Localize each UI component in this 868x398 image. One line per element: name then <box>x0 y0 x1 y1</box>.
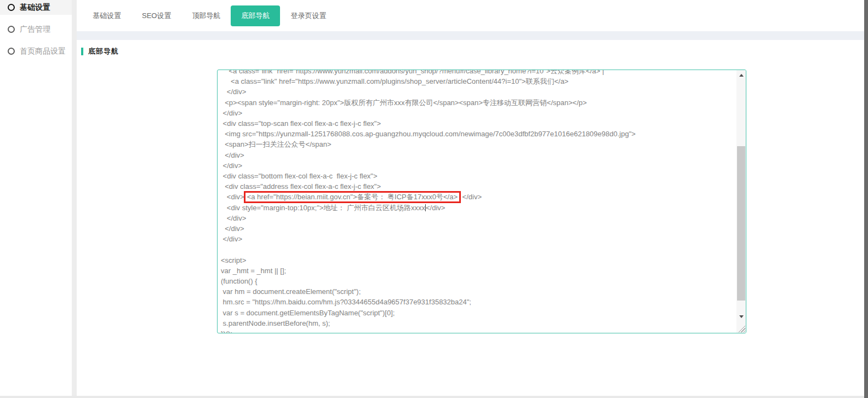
code-line: <div class="bottom flex-col flex-a-c fle… <box>221 171 736 181</box>
code-line: <div class="top-scan flex-col flex-a-c f… <box>221 118 736 129</box>
sidebar-item-广告管理[interactable]: 广告管理 <box>0 22 72 37</box>
browser-scrollbar[interactable] <box>864 0 868 398</box>
tab-基础设置[interactable]: 基础设置 <box>82 5 132 26</box>
sidebar-item-label: 首页商品设置 <box>20 47 66 56</box>
code-line: hm.src = "https://hm.baidu.com/hm.js?033… <box>221 297 736 307</box>
tab-bar: 基础设置SEO设置顶部导航底部导航登录页设置 <box>77 0 864 31</box>
code-line: </div> <box>221 160 736 171</box>
code-line: var _hmt = _hmt || []; <box>221 266 736 276</box>
code-line: </div> <box>221 108 736 118</box>
code-line: </div> <box>221 150 736 160</box>
tab-SEO设置[interactable]: SEO设置 <box>132 5 181 26</box>
sidebar-item-label: 广告管理 <box>20 25 50 34</box>
code-line: <p><span style="margin-right: 20px">版权所有… <box>221 97 736 108</box>
circle-icon <box>8 48 15 55</box>
footer-nav-code-textarea[interactable]: <a class="link" href="https://www.yunzma… <box>217 70 746 333</box>
tab-底部导航[interactable]: 底部导航 <box>231 5 280 26</box>
scroll-down-button[interactable] <box>736 312 746 321</box>
code-line: <script> <box>221 255 736 266</box>
code-line: <div class="address flex-col flex-a-c fl… <box>221 181 736 192</box>
sidebar: 基础设置广告管理首页商品设置 <box>0 0 72 398</box>
code-line: <a class="link" href="https://www.yunzma… <box>221 76 736 86</box>
code-segment: </div> <box>426 204 445 212</box>
scrollbar-thumb[interactable] <box>737 146 745 301</box>
sidebar-item-首页商品设置[interactable]: 首页商品设置 <box>0 44 72 59</box>
triangle-up-icon <box>739 74 744 77</box>
section-title: 底部导航 <box>88 47 119 56</box>
code-line: var s = document.getElementsByTagName("s… <box>221 308 736 318</box>
code-segment: <div style="margin-top:10px;">地址： 广州市白云区… <box>221 204 425 212</box>
code-line: </div> <box>221 86 736 97</box>
code-line: s.parentNode.insertBefore(hm, s); <box>221 318 736 328</box>
bottom-edge <box>0 396 864 398</box>
editor-scrollbar[interactable] <box>736 70 746 333</box>
annotation-box: <a href="https://beian.miit.gov.cn">备案号：… <box>244 191 461 203</box>
tab-登录页设置[interactable]: 登录页设置 <box>280 5 336 26</box>
code-line: </div> <box>221 223 736 234</box>
code-line: (function() { <box>221 276 736 286</box>
code-line: </div> <box>221 213 736 223</box>
content-panel: 底部导航 <a class="link" href="https://www.y… <box>77 40 864 396</box>
code-line: <img src="https://yunzmall-1251768088.co… <box>221 129 736 139</box>
circle-icon <box>8 26 15 33</box>
circle-icon <box>8 4 15 11</box>
tab-顶部导航[interactable]: 顶部导航 <box>181 5 231 26</box>
code-line: </div> <box>221 234 736 244</box>
code-line: <a class="link" href="https://www.yunzma… <box>221 70 736 76</box>
code-segment: </div> <box>460 193 482 201</box>
code-line: <div><a href="https://beian.miit.gov.cn"… <box>221 192 736 202</box>
section-header: 底部导航 <box>81 47 119 56</box>
triangle-down-icon <box>739 315 744 318</box>
code-segment: <div> <box>221 193 244 201</box>
code-line <box>221 244 736 255</box>
sidebar-item-label: 基础设置 <box>20 3 50 13</box>
scroll-up-button[interactable] <box>736 71 746 80</box>
code-line: })(); <box>221 328 736 333</box>
code-line: <span>扫一扫关注公众号</span> <box>221 139 736 149</box>
section-accent-bar <box>81 48 83 55</box>
code-line: var hm = document.createElement("script"… <box>221 286 736 297</box>
sidebar-item-基础设置[interactable]: 基础设置 <box>0 0 72 15</box>
sidebar-divider <box>72 0 77 398</box>
code-content: <a class="link" href="https://www.yunzma… <box>218 70 736 333</box>
code-line: <div style="margin-top:10px;">地址： 广州市白云区… <box>221 203 736 213</box>
content-gap <box>77 31 864 40</box>
